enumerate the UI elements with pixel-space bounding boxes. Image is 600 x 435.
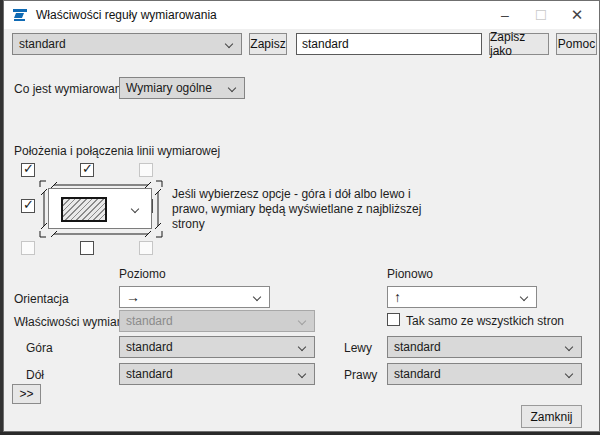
top-side-dropdown[interactable]: standard xyxy=(119,336,315,358)
chevron-down-icon xyxy=(520,293,528,301)
app-icon xyxy=(12,8,28,22)
right-arrow-icon: → xyxy=(126,290,140,304)
hatched-part-symbol xyxy=(61,197,107,222)
same-all-sides-checkbox[interactable] xyxy=(387,313,400,326)
what-dimensioned-value: Wymiary ogólne xyxy=(126,81,212,95)
chevron-down-icon xyxy=(253,293,261,301)
chevron-down-icon xyxy=(565,343,573,351)
chevron-down-icon xyxy=(298,370,306,378)
chevron-down-icon xyxy=(228,84,236,92)
bottom-side-label: Dół xyxy=(26,368,44,382)
chevron-down-icon xyxy=(298,317,306,325)
placement-checkbox-bottom-right xyxy=(139,241,153,255)
dimension-properties-label: Właściwości wymiaru xyxy=(14,315,127,329)
chevron-down-icon xyxy=(131,205,139,213)
bottom-side-dropdown[interactable]: standard xyxy=(119,363,315,385)
placement-checkbox-top-center[interactable] xyxy=(80,163,94,177)
help-button[interactable]: Pomoc xyxy=(556,33,597,55)
right-side-value: standard xyxy=(394,367,441,381)
placements-section-label: Położenia i połączenia linii wymiarowej xyxy=(14,144,220,158)
chevron-down-icon xyxy=(225,40,233,48)
column-header-vertical: Pionowo xyxy=(387,267,433,281)
left-side-label: Lewy xyxy=(344,341,372,355)
top-side-label: Góra xyxy=(26,341,53,355)
what-dimensioned-dropdown[interactable]: Wymiary ogólne xyxy=(119,77,245,99)
profile-dropdown[interactable]: standard xyxy=(12,33,242,55)
right-side-label: Prawy xyxy=(344,368,377,382)
placement-symbol-dropdown[interactable] xyxy=(48,188,152,229)
orientation-horizontal-dropdown[interactable]: → xyxy=(119,286,270,308)
close-button[interactable]: Zamknij xyxy=(521,405,582,428)
save-as-button[interactable]: Zapisz jako xyxy=(489,33,549,55)
right-side-dropdown[interactable]: standard xyxy=(387,363,582,385)
up-arrow-icon: ↑ xyxy=(394,290,401,304)
column-header-horizontal: Poziomo xyxy=(119,267,166,281)
minimize-button[interactable]: – xyxy=(489,1,521,29)
titlebar: Właściwości reguły wymiarowania – ☐ ✕ xyxy=(4,1,599,29)
left-side-dropdown[interactable]: standard xyxy=(387,336,582,358)
close-icon[interactable]: ✕ xyxy=(561,1,593,29)
same-all-sides-label: Tak samo ze wszystkich stron xyxy=(406,314,564,328)
top-side-value: standard xyxy=(126,340,173,354)
profile-name-input[interactable] xyxy=(296,33,482,55)
placement-checkbox-top-right xyxy=(139,163,153,177)
expand-button[interactable]: >> xyxy=(12,384,41,404)
orientation-vertical-dropdown[interactable]: ↑ xyxy=(387,286,537,308)
dimension-properties-dropdown: standard xyxy=(119,310,315,332)
chevron-down-icon xyxy=(565,370,573,378)
placement-checkbox-top-left[interactable] xyxy=(21,163,35,177)
maximize-button: ☐ xyxy=(525,1,557,29)
what-dimensioned-label: Co jest wymiarowane xyxy=(14,82,128,96)
orientation-label: Orientacja xyxy=(14,292,69,306)
placement-checkbox-bottom-left xyxy=(21,241,35,255)
placements-help-text: Jeśli wybierzesz opcje - góra i dół albo… xyxy=(172,187,424,232)
placement-checkbox-bottom-center[interactable] xyxy=(80,241,94,255)
save-button[interactable]: Zapisz xyxy=(249,33,287,55)
chevron-down-icon xyxy=(298,343,306,351)
dimension-properties-value: standard xyxy=(126,314,173,328)
profile-dropdown-value: standard xyxy=(19,37,66,51)
bottom-side-value: standard xyxy=(126,367,173,381)
window-title: Właściwości reguły wymiarowania xyxy=(36,8,217,22)
placement-checkbox-middle-left[interactable] xyxy=(21,199,35,213)
dialog-window: Właściwości reguły wymiarowania – ☐ ✕ st… xyxy=(3,0,600,432)
left-side-value: standard xyxy=(394,340,441,354)
